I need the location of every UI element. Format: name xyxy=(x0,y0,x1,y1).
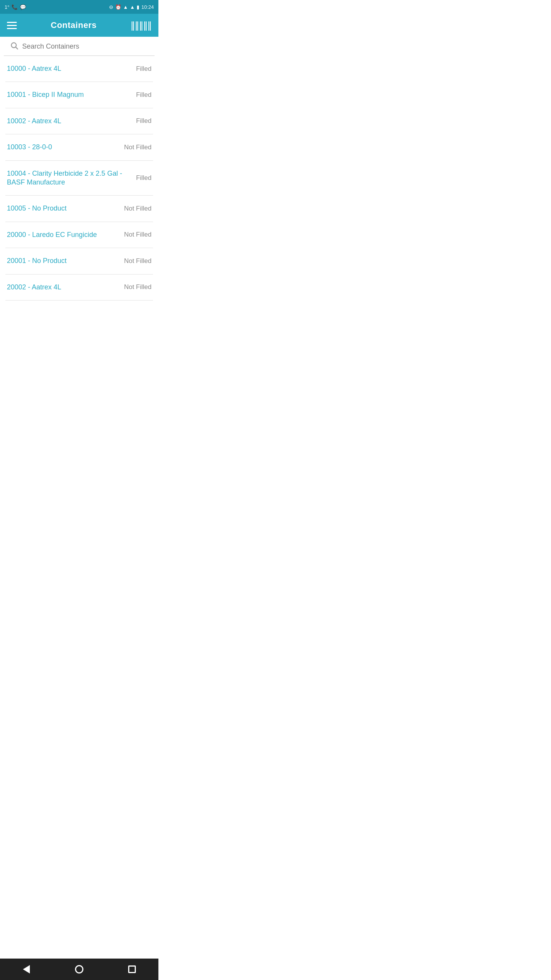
search-bar xyxy=(4,37,155,56)
container-name: 10000 - Aatrex 4L xyxy=(7,64,132,73)
container-status: Not Filled xyxy=(124,144,152,151)
temperature-indicator: 1° xyxy=(5,4,9,10)
barcode-scan-button[interactable]: ‖‖‖‖‖ xyxy=(130,20,152,31)
svg-line-1 xyxy=(16,47,18,49)
status-bar: 1° 📞 💬 ⊖ ⏰ ▲ ▲ ▮ 10:24 xyxy=(0,0,158,14)
battery-icon: ▮ xyxy=(137,4,139,10)
container-name: 10002 - Aatrex 4L xyxy=(7,117,132,126)
container-name: 10001 - Bicep II Magnum xyxy=(7,90,132,99)
list-item[interactable]: 20002 - Aatrex 4LNot Filled xyxy=(5,274,153,301)
alarm-icon: ⏰ xyxy=(115,4,121,10)
container-status: Filled xyxy=(136,174,152,182)
hamburger-line xyxy=(7,22,17,23)
page-title: Containers xyxy=(51,20,97,30)
container-status: Not Filled xyxy=(124,205,152,212)
whatsapp-icon: 💬 xyxy=(20,4,26,10)
hamburger-line xyxy=(7,28,17,29)
list-item[interactable]: 20000 - Laredo EC FungicideNot Filled xyxy=(5,222,153,248)
list-item[interactable]: 10003 - 28-0-0Not Filled xyxy=(5,134,153,160)
app-bar: Containers ‖‖‖‖‖ xyxy=(0,14,158,37)
status-right: ⊖ ⏰ ▲ ▲ ▮ 10:24 xyxy=(109,4,154,10)
list-item[interactable]: 10004 - Clarity Herbicide 2 x 2.5 Gal - … xyxy=(5,161,153,196)
container-status: Not Filled xyxy=(124,257,152,265)
hamburger-menu-button[interactable] xyxy=(7,22,17,29)
container-status: Filled xyxy=(136,117,152,125)
list-item[interactable]: 20001 - No ProductNot Filled xyxy=(5,248,153,274)
container-name: 20000 - Laredo EC Fungicide xyxy=(7,230,120,239)
time-display: 10:24 xyxy=(141,4,154,10)
container-status: Filled xyxy=(136,91,152,99)
container-name: 20001 - No Product xyxy=(7,256,120,265)
container-name: 20002 - Aatrex 4L xyxy=(7,283,120,292)
voicemail-icon: 📞 xyxy=(11,4,18,10)
wifi-icon: ▲ xyxy=(123,4,128,10)
signal-icon: ▲ xyxy=(130,4,135,10)
container-status: Not Filled xyxy=(124,231,152,238)
container-name: 10003 - 28-0-0 xyxy=(7,143,120,152)
list-item[interactable]: 10001 - Bicep II MagnumFilled xyxy=(5,82,153,108)
container-name: 10004 - Clarity Herbicide 2 x 2.5 Gal - … xyxy=(7,169,132,187)
container-name: 10005 - No Product xyxy=(7,204,120,213)
list-item[interactable]: 10002 - Aatrex 4LFilled xyxy=(5,108,153,134)
list-item[interactable]: 10000 - Aatrex 4LFilled xyxy=(5,56,153,82)
container-status: Not Filled xyxy=(124,283,152,291)
search-icon xyxy=(10,41,18,52)
search-input[interactable] xyxy=(22,42,148,51)
dnd-icon: ⊖ xyxy=(109,4,113,10)
list-item[interactable]: 10005 - No ProductNot Filled xyxy=(5,196,153,222)
container-list: 10000 - Aatrex 4LFilled10001 - Bicep II … xyxy=(0,56,158,301)
container-status: Filled xyxy=(136,65,152,73)
status-left: 1° 📞 💬 xyxy=(5,4,26,10)
hamburger-line xyxy=(7,25,17,26)
